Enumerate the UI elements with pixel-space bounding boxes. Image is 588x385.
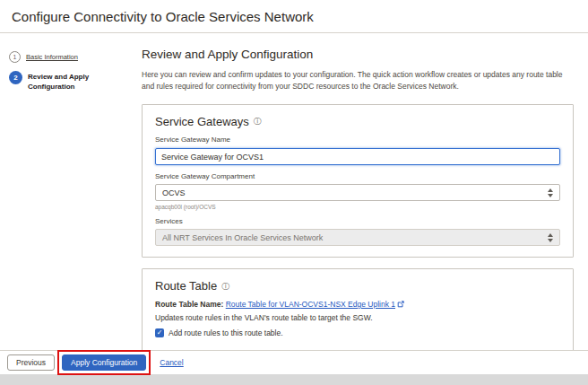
service-gateways-title: Service Gateways <box>155 115 249 128</box>
dialog-title: Configure Connectivity to Oracle Service… <box>12 9 314 24</box>
compartment-select[interactable]: OCVS <box>155 184 560 201</box>
checkbox-checked-icon: ✓ <box>155 328 164 337</box>
add-route-rules-label: Add route rules to this route table. <box>169 328 283 337</box>
service-gateways-card: Service Gateways ⓘ Service Gateway Name … <box>142 104 574 258</box>
apply-configuration-button[interactable]: Apply Configuration <box>62 354 146 371</box>
add-route-rules-checkbox[interactable]: ✓ Add route rules to this route table. <box>155 328 560 337</box>
compartment-path-hint: apacqb00l (root)/OCVS <box>155 204 560 210</box>
service-gateway-compartment-label: Service Gateway Compartment <box>155 172 560 180</box>
route-table-link[interactable]: Route Table for VLAN-OCVS1-NSX Edge Upli… <box>226 300 395 309</box>
page-background: Configure Connectivity to Oracle Service… <box>0 0 588 385</box>
step-2-label: Review and Apply Configuration <box>28 72 110 92</box>
services-label: Services <box>155 217 560 225</box>
wizard-stepper: 1 Basic Information 2 Review and Apply C… <box>0 34 136 350</box>
route-table-name-label: Route Table Name: <box>155 300 223 309</box>
previous-button[interactable]: Previous <box>7 354 55 371</box>
service-gateway-name-input[interactable] <box>155 148 560 165</box>
step-2-indicator: 2 <box>9 71 22 84</box>
step-review-apply-configuration[interactable]: 2 Review and Apply Configuration <box>9 71 129 92</box>
service-gateways-title-row: Service Gateways ⓘ <box>155 115 560 128</box>
configure-connectivity-dialog: Configure Connectivity to Oracle Service… <box>0 0 588 374</box>
service-gateway-name-label: Service Gateway Name <box>155 136 560 144</box>
route-table-title: Route Table <box>155 279 217 293</box>
dialog-header: Configure Connectivity to Oracle Service… <box>0 0 588 33</box>
step-basic-information[interactable]: 1 Basic Information <box>9 51 129 63</box>
step-1-indicator: 1 <box>9 51 21 63</box>
select-arrows-icon <box>548 188 553 197</box>
info-icon[interactable]: ⓘ <box>254 118 262 126</box>
page-title: Review and Apply Configuration <box>142 48 574 61</box>
select-arrows-icon <box>548 233 553 242</box>
services-select: All NRT Services In Oracle Services Netw… <box>155 229 560 246</box>
external-link-icon <box>397 301 404 310</box>
main-content: Review and Apply Configuration Here you … <box>136 34 588 350</box>
compartment-select-value: OCVS <box>162 188 186 197</box>
dialog-footer: Previous Apply Configuration Cancel <box>0 350 588 374</box>
page-description: Here you can review and confirm updates … <box>142 69 572 92</box>
services-select-value: All NRT Services In Oracle Services Netw… <box>162 233 323 242</box>
route-table-title-row: Route Table ⓘ <box>155 279 560 293</box>
apply-button-wrap: Apply Configuration <box>62 354 146 371</box>
cancel-link[interactable]: Cancel <box>160 358 183 367</box>
step-1-label: Basic Information <box>26 53 78 61</box>
route-table-card: Route Table ⓘ Route Table Name: Route Ta… <box>142 268 574 350</box>
info-icon[interactable]: ⓘ <box>221 283 229 291</box>
route-table-description: Updates route rules in the VLAN's route … <box>155 313 560 322</box>
dialog-body: 1 Basic Information 2 Review and Apply C… <box>0 34 588 350</box>
route-table-name-line: Route Table Name: Route Table for VLAN-O… <box>155 300 560 310</box>
